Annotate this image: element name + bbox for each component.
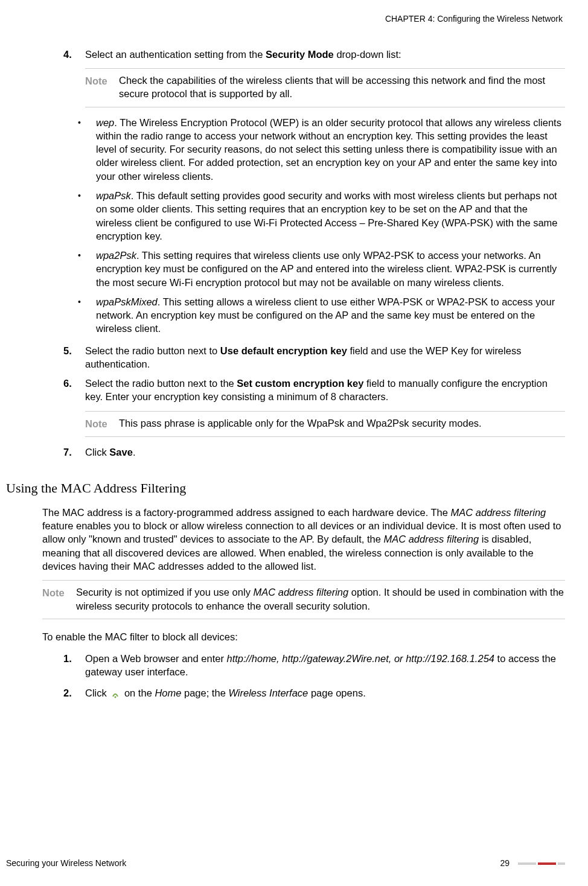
text-run: The MAC address is a factory-programmed … bbox=[42, 507, 451, 518]
text-run: Select the radio button next to the bbox=[85, 378, 237, 389]
italic-term: MAC address filtering bbox=[253, 587, 348, 598]
italic-term: Wireless Interface bbox=[228, 687, 308, 698]
list-item-body: wep. The Wireless Encryption Protocol (W… bbox=[96, 116, 565, 183]
bullet-icon: • bbox=[78, 249, 96, 289]
list-item: • wpa2Psk. This setting requires that wi… bbox=[78, 249, 565, 289]
step-number: 2. bbox=[63, 686, 85, 700]
list-item: • wpaPsk. This default setting provides … bbox=[78, 189, 565, 243]
text-run: . This default setting provides good sec… bbox=[96, 190, 558, 241]
step-number: 7. bbox=[63, 445, 85, 459]
step-6: 6. Select the radio button next to the S… bbox=[63, 377, 565, 404]
text-run: . This setting requires that wireless cl… bbox=[96, 250, 557, 288]
list-item-body: wpaPsk. This default setting provides go… bbox=[96, 189, 565, 243]
instruction-line: To enable the MAC filter to block all de… bbox=[42, 630, 565, 643]
note-text: Security is not optimized if you use onl… bbox=[76, 585, 565, 613]
wireless-icon bbox=[110, 689, 120, 698]
bullet-icon: • bbox=[78, 295, 96, 336]
sub-step-2: 2. Click on the Home page; the Wireless … bbox=[63, 686, 565, 700]
step-body: Select an authentication setting from th… bbox=[85, 48, 565, 61]
step-number: 5. bbox=[63, 344, 85, 371]
italic-term: http://home, http://gateway.2Wire.net, o… bbox=[227, 653, 495, 664]
italic-term: wpaPskMixed bbox=[96, 296, 158, 307]
step-5: 5. Select the radio button next to Use d… bbox=[63, 344, 565, 371]
text-run: page; the bbox=[181, 687, 228, 698]
step-number: 6. bbox=[63, 377, 85, 404]
footer-decoration bbox=[518, 862, 565, 865]
intro-paragraph: The MAC address is a factory-programmed … bbox=[42, 506, 565, 573]
text-run: drop-down list: bbox=[334, 49, 401, 60]
text-run: Select an authentication setting from th… bbox=[85, 49, 266, 60]
note-block: Note Security is not optimized if you us… bbox=[42, 580, 565, 619]
step-4: 4. Select an authentication setting from… bbox=[63, 48, 565, 61]
text-run: Click bbox=[85, 687, 109, 698]
italic-term: MAC address filtering bbox=[451, 507, 546, 518]
step-body: Select the radio button next to the Set … bbox=[85, 377, 565, 404]
italic-term: wpa2Psk bbox=[96, 250, 136, 261]
text-run: . bbox=[133, 447, 136, 457]
italic-term: MAC address filtering bbox=[383, 534, 479, 544]
page-footer: Securing your Wireless Network 29 bbox=[6, 858, 565, 869]
note-text: Check the capabilities of the wireless c… bbox=[119, 74, 565, 101]
step-number: 4. bbox=[63, 48, 85, 61]
text-run: Open a Web browser and enter bbox=[85, 653, 227, 664]
list-item-body: wpa2Psk. This setting requires that wire… bbox=[96, 249, 565, 289]
italic-term: wpaPsk bbox=[96, 190, 131, 201]
text-run: . The Wireless Encryption Protocol (WEP)… bbox=[96, 117, 561, 182]
bold-term: Use default encryption key bbox=[220, 345, 347, 356]
text-run: . This setting allows a wireless client … bbox=[96, 296, 555, 334]
bullet-list: • wep. The Wireless Encryption Protocol … bbox=[78, 116, 565, 336]
bullet-icon: • bbox=[78, 116, 96, 183]
note-block: Note This pass phrase is applicable only… bbox=[85, 411, 565, 437]
note-block: Note Check the capabilities of the wirel… bbox=[85, 68, 565, 107]
note-label: Note bbox=[85, 416, 119, 430]
step-body: Open a Web browser and enter http://home… bbox=[85, 652, 565, 679]
sub-step-1: 1. Open a Web browser and enter http://h… bbox=[63, 652, 565, 679]
footer-title: Securing your Wireless Network bbox=[6, 858, 126, 869]
italic-term: Home bbox=[155, 687, 181, 698]
text-run: Select the radio button next to bbox=[85, 345, 220, 356]
svg-point-0 bbox=[115, 696, 117, 698]
step-7: 7. Click Save. bbox=[63, 445, 565, 459]
note-label: Note bbox=[85, 74, 119, 101]
step-number: 1. bbox=[63, 652, 85, 679]
italic-term: wep bbox=[96, 117, 114, 128]
step-body: Click Save. bbox=[85, 445, 565, 459]
step-body: Click on the Home page; the Wireless Int… bbox=[85, 686, 565, 700]
section-heading: Using the MAC Address Filtering bbox=[6, 479, 565, 497]
text-run: on the bbox=[121, 687, 155, 698]
bold-term: Set custom encryption key bbox=[237, 378, 363, 389]
list-item: • wep. The Wireless Encryption Protocol … bbox=[78, 116, 565, 183]
bullet-icon: • bbox=[78, 189, 96, 243]
note-text: This pass phrase is applicable only for … bbox=[119, 416, 565, 430]
text-run: Security is not optimized if you use onl… bbox=[76, 587, 253, 598]
page-number: 29 bbox=[500, 858, 510, 869]
note-label: Note bbox=[42, 585, 76, 613]
text-run: Click bbox=[85, 447, 109, 457]
chapter-header: CHAPTER 4: Configuring the Wireless Netw… bbox=[6, 13, 563, 25]
list-item: • wpaPskMixed. This setting allows a wir… bbox=[78, 295, 565, 336]
list-item-body: wpaPskMixed. This setting allows a wirel… bbox=[96, 295, 565, 336]
bold-term: Security Mode bbox=[266, 49, 334, 60]
step-body: Select the radio button next to Use defa… bbox=[85, 344, 565, 371]
text-run: page opens. bbox=[308, 687, 365, 698]
bold-term: Save bbox=[109, 447, 133, 457]
